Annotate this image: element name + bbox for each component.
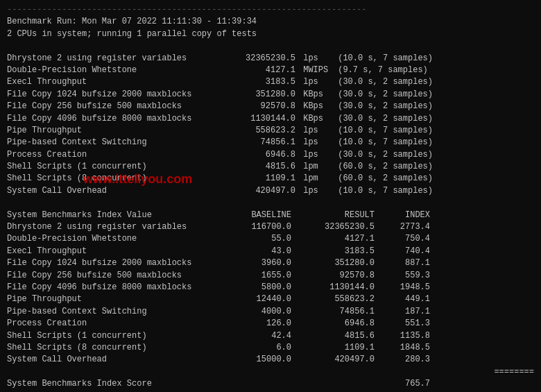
benchmark-row: Dhrystone 2 using register variables3236… xyxy=(7,53,534,65)
table-row: Dhrystone 2 using register variables1167… xyxy=(7,221,534,233)
benchmark-row: Pipe Throughput 558623.2 lps (10.0 s, 7 … xyxy=(7,125,534,137)
benchmark-row: Shell Scripts (1 concurrent) 4815.6 lpm … xyxy=(7,161,534,173)
bench-sample: (30.0 s, 2 samples) xyxy=(333,101,433,112)
bench-label: Pipe-based Context Switching xyxy=(7,137,215,148)
bench-unit: lps xyxy=(298,76,333,88)
bench-unit: lpm xyxy=(298,173,333,185)
bench-label: File Copy 256 bufsize 500 maxblocks xyxy=(7,101,215,112)
bench-unit: KBps xyxy=(298,101,333,112)
table-row: Shell Scripts (1 concurrent) 42.44815.61… xyxy=(7,330,534,342)
bench-label: Execl Throughput xyxy=(7,76,215,88)
benchmark-row: File Copy 256 bufsize 500 maxblocks 9257… xyxy=(7,101,534,112)
bench-label: Pipe Throughput xyxy=(7,125,215,137)
terminal-container: ----------------------------------------… xyxy=(7,4,534,392)
benchmark-row: System Call Overhead 420497.0 lps (10.0 … xyxy=(7,185,534,197)
bench-label: File Copy 4096 bufsize 8000 maxblocks xyxy=(7,113,215,125)
benchmarks-section: Dhrystone 2 using register variables3236… xyxy=(7,53,534,198)
benchmark-row: File Copy 1024 bufsize 2000 maxblocks351… xyxy=(7,89,534,101)
bench-label: Process Creation xyxy=(7,149,215,161)
header-line2: 2 CPUs in system; running 1 parallel cop… xyxy=(7,28,534,40)
bench-value: 6946.8 xyxy=(215,149,298,161)
bench-sample: (10.0 s, 7 samples) xyxy=(333,125,433,137)
bench-sample: (30.0 s, 2 samples) xyxy=(333,76,433,88)
equals-row: ======== xyxy=(7,366,534,378)
benchmark-row: Double-Precision Whetstone 4127.1 MWIPS … xyxy=(7,65,534,76)
table-row: File Copy 1024 bufsize 2000 maxblocks396… xyxy=(7,257,534,269)
bench-sample: (10.0 s, 7 samples) xyxy=(333,53,433,65)
table-row: File Copy 4096 bufsize 8000 maxblocks580… xyxy=(7,282,534,293)
benchmark-row: File Copy 4096 bufsize 8000 maxblocks113… xyxy=(7,113,534,125)
benchmark-row: Execl Throughput 3183.5 lps (30.0 s, 2 s… xyxy=(7,76,534,88)
bench-value: 3183.5 xyxy=(215,76,298,88)
bench-unit: MWIPS xyxy=(298,65,333,76)
bench-sample: (60.0 s, 2 samples) xyxy=(333,173,433,185)
benchmark-row: Pipe-based Context Switching 74856.1 lps… xyxy=(7,137,534,148)
table-header-row: System Benchmarks Index ValueBASELINERES… xyxy=(7,210,534,221)
bench-value: 351280.0 xyxy=(215,89,298,101)
table-row: Pipe Throughput 12440.0558623.2449.1 xyxy=(7,293,534,305)
bench-sample: (10.0 s, 7 samples) xyxy=(333,185,433,197)
table-row: File Copy 256 bufsize 500 maxblocks 1655… xyxy=(7,270,534,282)
bench-label: Double-Precision Whetstone xyxy=(7,65,215,76)
bench-unit: KBps xyxy=(298,113,333,125)
bench-value: 420497.0 xyxy=(215,185,298,197)
bench-value: 74856.1 xyxy=(215,137,298,148)
benchmark-row: Shell Scripts (8 concurrent) 1109.1 lpm … xyxy=(7,173,534,185)
bench-label: Dhrystone 2 using register variables xyxy=(7,53,215,65)
bench-sample: (30.0 s, 2 samples) xyxy=(333,89,433,101)
bench-unit: lps xyxy=(298,149,333,161)
bench-value: 4127.1 xyxy=(215,65,298,76)
bench-value: 558623.2 xyxy=(215,125,298,137)
header-line1: Benchmark Run: Mon Mar 07 2022 11:11:30 … xyxy=(7,16,534,28)
bench-unit: lps xyxy=(298,185,333,197)
divider-top: ----------------------------------------… xyxy=(7,4,534,16)
bench-value: 1109.1 xyxy=(215,173,298,185)
bench-value: 32365230.5 xyxy=(215,53,298,65)
table-row: Shell Scripts (8 concurrent) 6.01109.118… xyxy=(7,342,534,354)
bench-unit: lps xyxy=(298,125,333,137)
bench-sample: (10.0 s, 7 samples) xyxy=(333,137,433,148)
benchmark-row: Process Creation 6946.8 lps (30.0 s, 2 s… xyxy=(7,149,534,161)
bench-value: 4815.6 xyxy=(215,161,298,173)
bench-value: 92570.8 xyxy=(215,101,298,112)
bench-label: System Call Overhead xyxy=(7,185,215,197)
bench-label: Shell Scripts (8 concurrent) xyxy=(7,173,215,185)
bench-label: Shell Scripts (1 concurrent) xyxy=(7,161,215,173)
bench-unit: KBps xyxy=(298,89,333,101)
table-section: System Benchmarks Index ValueBASELINERES… xyxy=(7,210,534,391)
table-row: Pipe-based Context Switching 4000.074856… xyxy=(7,306,534,318)
bench-unit: lps xyxy=(298,53,333,65)
table-row: System Call Overhead 15000.0420497.0280.… xyxy=(7,354,534,366)
score-row: System Benchmarks Index Score765.7 xyxy=(7,378,534,390)
table-row: Process Creation 126.06946.8551.3 xyxy=(7,318,534,330)
bench-value: 1130144.0 xyxy=(215,113,298,125)
table-row: Execl Throughput 43.03183.5740.4 xyxy=(7,246,534,257)
bench-sample: (9.7 s, 7 samples) xyxy=(333,65,428,76)
bench-label: File Copy 1024 bufsize 2000 maxblocks xyxy=(7,89,215,101)
bench-sample: (60.0 s, 2 samples) xyxy=(333,161,433,173)
bench-unit: lps xyxy=(298,137,333,148)
bench-unit: lpm xyxy=(298,161,333,173)
bench-sample: (30.0 s, 2 samples) xyxy=(333,113,433,125)
table-row: Double-Precision Whetstone 55.04127.1750… xyxy=(7,233,534,245)
bench-sample: (30.0 s, 2 samples) xyxy=(333,149,433,161)
